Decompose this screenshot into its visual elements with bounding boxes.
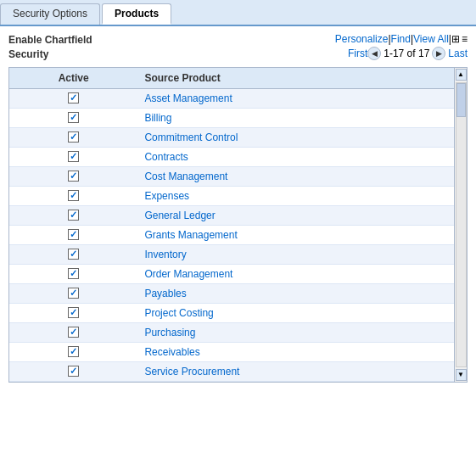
active-checkbox[interactable] — [68, 210, 79, 221]
product-link[interactable]: Billing — [144, 112, 171, 124]
last-link[interactable]: Last — [448, 48, 468, 59]
active-checkbox[interactable] — [68, 366, 79, 377]
active-checkbox[interactable] — [68, 131, 79, 143]
scrollbar-thumb[interactable] — [456, 83, 466, 117]
table-row: General Ledger — [9, 205, 454, 225]
active-cell[interactable] — [9, 127, 137, 147]
active-checkbox[interactable] — [68, 307, 79, 318]
table-row: Service Procurement — [9, 361, 454, 381]
table-row: Payables — [9, 283, 454, 303]
active-cell[interactable] — [9, 147, 137, 166]
table-row: Contracts — [9, 147, 454, 166]
product-link[interactable]: Expenses — [144, 190, 189, 202]
table-row: Billing — [9, 108, 454, 127]
active-cell[interactable] — [9, 205, 137, 225]
active-cell[interactable] — [9, 244, 137, 264]
active-checkbox[interactable] — [68, 249, 79, 260]
active-checkbox[interactable] — [68, 229, 79, 240]
table-row: Purchasing — [9, 322, 454, 342]
product-name-cell: Contracts — [137, 147, 454, 166]
table-row: Cost Management — [9, 166, 454, 186]
personalize-link[interactable]: Personalize — [335, 33, 389, 45]
tab-security-options[interactable]: Security Options — [0, 3, 100, 25]
product-name-cell: Order Management — [137, 264, 454, 283]
product-name-cell: Payables — [137, 283, 454, 303]
product-link[interactable]: Service Procurement — [144, 366, 239, 378]
product-name-cell: Billing — [137, 108, 454, 127]
active-checkbox[interactable] — [68, 268, 79, 279]
active-cell[interactable] — [9, 303, 137, 322]
product-name-cell: Inventory — [137, 244, 454, 264]
product-name-cell: Service Procurement — [137, 361, 454, 381]
product-link[interactable]: Asset Management — [144, 92, 232, 104]
active-cell[interactable] — [9, 361, 137, 381]
product-table-container: Active Source Product Asset ManagementBi… — [8, 67, 468, 383]
table-row: Project Costing — [9, 303, 454, 322]
toolbar-right: Personalize | Find | View All | ⊞ ≡ Firs… — [335, 33, 468, 60]
active-cell[interactable] — [9, 186, 137, 205]
active-checkbox[interactable] — [68, 92, 79, 103]
active-checkbox[interactable] — [68, 288, 79, 299]
find-link[interactable]: Find — [391, 33, 411, 45]
active-cell[interactable] — [9, 264, 137, 283]
product-link[interactable]: Payables — [144, 288, 186, 299]
scrollbar-track[interactable] — [456, 82, 467, 367]
product-name-cell: Purchasing — [137, 322, 454, 342]
product-link[interactable]: Commitment Control — [144, 131, 238, 143]
scroll-down-btn[interactable]: ▼ — [456, 369, 467, 381]
table-row: Asset Management — [9, 88, 454, 108]
active-cell[interactable] — [9, 342, 137, 361]
table-scroll-area: Active Source Product Asset ManagementBi… — [9, 68, 454, 382]
view-all-link[interactable]: View All — [413, 33, 449, 45]
active-checkbox[interactable] — [68, 171, 79, 182]
grid-icon[interactable]: ⊞ — [451, 33, 460, 45]
product-name-cell: General Ledger — [137, 205, 454, 225]
product-name-cell: Asset Management — [137, 88, 454, 108]
active-checkbox[interactable] — [68, 327, 79, 338]
product-name-cell: Cost Management — [137, 166, 454, 186]
active-cell[interactable] — [9, 322, 137, 342]
chart-icon[interactable]: ≡ — [462, 33, 468, 45]
product-link[interactable]: Grants Management — [144, 229, 237, 241]
product-table: Active Source Product Asset ManagementBi… — [9, 68, 454, 382]
tab-products[interactable]: Products — [102, 3, 171, 25]
product-link[interactable]: General Ledger — [144, 210, 215, 221]
active-checkbox[interactable] — [68, 346, 79, 357]
active-cell[interactable] — [9, 108, 137, 127]
table-row: Receivables — [9, 342, 454, 361]
active-cell[interactable] — [9, 225, 137, 244]
active-checkbox[interactable] — [68, 112, 79, 123]
product-name-cell: Receivables — [137, 342, 454, 361]
active-checkbox[interactable] — [68, 190, 79, 201]
product-name-cell: Commitment Control — [137, 127, 454, 147]
active-cell[interactable] — [9, 166, 137, 186]
header-row: Enable Chartfield Security Personalize |… — [8, 33, 468, 62]
toolbar-bottom: First ◀ 1-17 of 17 ▶ Last — [348, 47, 468, 60]
next-btn[interactable]: ▶ — [432, 47, 445, 60]
table-header-row: Active Source Product — [9, 68, 454, 89]
prev-btn[interactable]: ◀ — [367, 47, 381, 60]
product-link[interactable]: Cost Management — [144, 171, 227, 182]
scroll-up-btn[interactable]: ▲ — [456, 69, 467, 81]
product-link[interactable]: Project Costing — [144, 307, 213, 319]
col-header-active: Active — [9, 68, 137, 89]
tabs-bar: Security Options Products — [0, 0, 476, 26]
product-link[interactable]: Contracts — [144, 151, 188, 163]
product-link[interactable]: Receivables — [144, 346, 199, 358]
enable-chartfield-label: Enable Chartfield Security — [8, 33, 110, 62]
active-cell[interactable] — [9, 88, 137, 108]
col-header-source-product: Source Product — [137, 68, 454, 89]
table-row: Expenses — [9, 186, 454, 205]
main-content: Enable Chartfield Security Personalize |… — [0, 26, 476, 383]
product-link[interactable]: Inventory — [144, 249, 186, 260]
product-link[interactable]: Order Management — [144, 268, 232, 280]
active-cell[interactable] — [9, 283, 137, 303]
scrollbar[interactable]: ▲ ▼ — [454, 68, 467, 382]
active-checkbox[interactable] — [68, 151, 79, 162]
first-link[interactable]: First — [348, 48, 367, 59]
table-row: Inventory — [9, 244, 454, 264]
toolbar-top: Personalize | Find | View All | ⊞ ≡ — [335, 33, 468, 45]
nav-range: 1-17 of 17 — [384, 48, 429, 59]
product-link[interactable]: Purchasing — [144, 327, 195, 338]
table-row: Order Management — [9, 264, 454, 283]
